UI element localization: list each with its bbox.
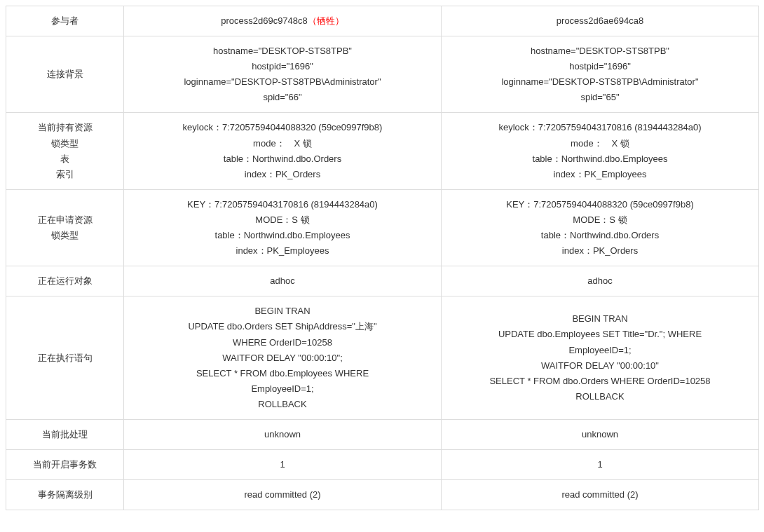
row-label-request-resource: 正在申请资源 锁类型 [6, 189, 124, 266]
cell-current-batch-col1: unknown [124, 419, 442, 449]
deadlock-info-table: 参与者 process2d69c9748c8（牺牲） process2d6ae6… [6, 6, 759, 510]
victim-tag: （牺牲） [308, 15, 344, 26]
cell-isolation-level-col1: read committed (2) [124, 480, 442, 510]
row-label-running-obj: 正在运行对象 [6, 266, 124, 296]
row-label-held-resource: 当前持有资源 锁类型 表 索引 [6, 113, 124, 189]
cell-isolation-level-col2: read committed (2) [442, 480, 759, 510]
cell-current-batch-col2: unknown [442, 419, 759, 449]
cell-participant-col2: process2d6ae694ca8 [442, 6, 759, 36]
cell-request-resource-col1: KEY：7:72057594043170816 (8194443284a0) M… [124, 189, 442, 266]
cell-open-tran-col1: 1 [124, 450, 442, 480]
cell-participant-col1: process2d69c9748c8（牺牲） [124, 6, 442, 36]
cell-request-resource-col2: KEY：7:72057594044088320 (59ce0997f9b8) M… [442, 189, 759, 266]
cell-exec-stmt-col2: BEGIN TRAN UPDATE dbo.Employees SET Titl… [442, 296, 759, 420]
row-label-exec-stmt: 正在执行语句 [6, 296, 124, 420]
row-label-conn-background: 连接背景 [6, 36, 124, 113]
cell-held-resource-col2: keylock：7:72057594043170816 (8194443284a… [442, 113, 759, 189]
row-label-isolation-level: 事务隔离级别 [6, 480, 124, 510]
table-row: 当前开启事务数 1 1 [6, 450, 759, 480]
table-row: 正在执行语句 BEGIN TRAN UPDATE dbo.Orders SET … [6, 296, 759, 420]
table-row: 连接背景 hostname="DESKTOP-STS8TPB" hostpid=… [6, 36, 759, 113]
table-row: 当前批处理 unknown unknown [6, 419, 759, 449]
cell-exec-stmt-col1: BEGIN TRAN UPDATE dbo.Orders SET ShipAdd… [124, 296, 442, 420]
table-row: 事务隔离级别 read committed (2) read committed… [6, 480, 759, 510]
cell-running-obj-col2: adhoc [442, 266, 759, 296]
table-row: 参与者 process2d69c9748c8（牺牲） process2d6ae6… [6, 6, 759, 36]
process-id-1: process2d69c9748c8 [221, 15, 308, 26]
table-row: 正在运行对象 adhoc adhoc [6, 266, 759, 296]
cell-running-obj-col1: adhoc [124, 266, 442, 296]
row-label-open-tran: 当前开启事务数 [6, 450, 124, 480]
cell-open-tran-col2: 1 [442, 450, 759, 480]
table-row: 正在申请资源 锁类型 KEY：7:72057594043170816 (8194… [6, 189, 759, 266]
table-row: 当前持有资源 锁类型 表 索引 keylock：7:72057594044088… [6, 113, 759, 189]
row-label-current-batch: 当前批处理 [6, 419, 124, 449]
cell-held-resource-col1: keylock：7:72057594044088320 (59ce0997f9b… [124, 113, 442, 189]
cell-conn-background-col1: hostname="DESKTOP-STS8TPB" hostpid="1696… [124, 36, 442, 113]
row-label-participant: 参与者 [6, 6, 124, 36]
cell-conn-background-col2: hostname="DESKTOP-STS8TPB" hostpid="1696… [442, 36, 759, 113]
